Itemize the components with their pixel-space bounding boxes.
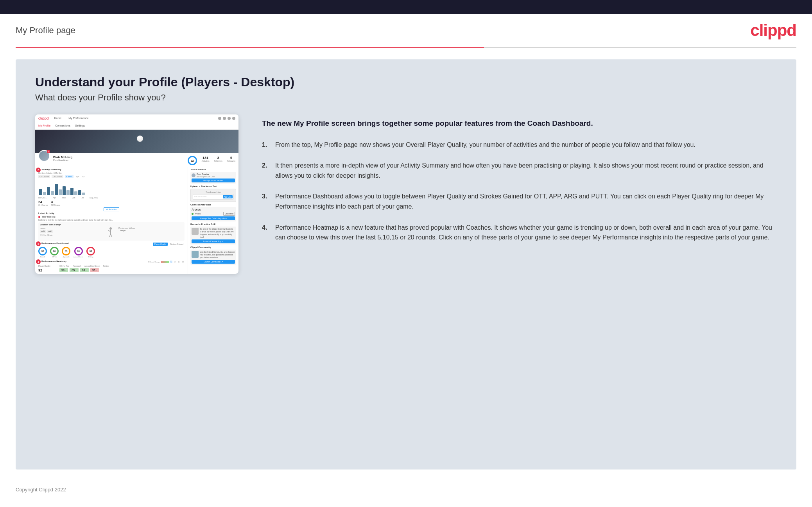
mockup-golf-ball — [137, 136, 143, 142]
activity-section: 2 Activity Summary Monthly Activity - 6 … — [38, 168, 185, 211]
mockup-subnav-profile: My Profile — [38, 123, 50, 128]
heatmap-arg: 86 ↑ — [80, 268, 89, 272]
bar-12 — [82, 193, 85, 195]
main-subheading: What does your Profile show you? — [35, 93, 777, 103]
mockup-avatar: 1 — [38, 150, 50, 162]
mockup-subnav-settings: Settings — [75, 123, 85, 128]
activity-title: Activity Summary — [41, 168, 185, 171]
heatmap-app: 85 ↑ — [70, 268, 78, 272]
desc-item-2-text: It then presents a more in-depth view of… — [275, 161, 777, 180]
chart-labels: Mar 2021 Apr May Jun Jul Aug 2021 — [38, 196, 185, 199]
coach-avatar — [192, 173, 195, 177]
lesson-media: Photos and Videos 1 Image — [118, 227, 183, 239]
heatmap-ott: 90 ↑ — [59, 268, 68, 272]
desc-item-4: Performance Heatmap is a new feature tha… — [262, 223, 777, 243]
mockup-logo: clippd — [38, 116, 49, 120]
arccos-row: Arccos Disconect — [192, 212, 235, 216]
bar-1 — [39, 189, 42, 195]
badge-2: 2 — [36, 168, 41, 172]
mockup-body: 2 Activity Summary Monthly Activity - 6 … — [35, 167, 238, 274]
header-divider — [16, 47, 796, 48]
drill-image — [192, 228, 199, 235]
lesson-info: Lesson edit add ⏱ 01h : 30 min — [40, 227, 104, 239]
community-row: Visit the Clippd Community and discover … — [192, 251, 235, 259]
mockup-right-panel: Your Coaches Dan Davies Barnstaple Golf … — [188, 167, 238, 274]
activity-item-1: Blair McHarg — [38, 216, 185, 218]
on-course-count: 24 On Course — [38, 200, 48, 206]
bar-5 — [55, 184, 58, 195]
on-off-counts: 24 On Course 3 Off Course — [38, 200, 185, 206]
mockup-followers-stat: 3 Followers — [214, 156, 222, 165]
latest-activity-title: Latest Activity — [38, 212, 185, 214]
launch-capture-btn[interactable]: Launch Capture App ↗ — [192, 239, 235, 243]
community-info: Visit the Clippd Community and discover … — [200, 251, 235, 259]
mockup-profile-info: Blair McHarg Plus Handicap — [53, 155, 185, 165]
mockup-profile: 1 Blair McHarg Plus Handicap 92 131 Acti… — [35, 153, 238, 167]
trackman-input: Trackman Link Trackman Link Add Link — [190, 189, 236, 202]
bar-9 — [70, 188, 73, 195]
mockup-left-panel: 2 Activity Summary Monthly Activity - 6 … — [35, 167, 188, 274]
community-card: Visit the Clippd Community and discover … — [190, 250, 236, 265]
performance-dashboard: 3 Performance Dashboard Player Quality S… — [38, 242, 185, 258]
bar-10 — [74, 191, 77, 195]
desc-item-2: It then presents a more in-depth view of… — [262, 161, 777, 180]
mockup-hero — [35, 130, 238, 153]
perf-title: Performance Dashboard — [41, 242, 69, 245]
bar-3 — [47, 187, 50, 195]
performance-rings: 92 Overall 90 Off Tee 85 Approach — [38, 247, 185, 258]
desc-item-4-text: Performance Heatmap is a new feature tha… — [275, 223, 777, 243]
community-title: Clippd Community — [190, 246, 236, 248]
ring-arg: 86 Around Green — [73, 247, 83, 258]
drill-row: Be one of the Clippd Community pilots to… — [192, 228, 235, 239]
logo: clippd — [750, 21, 796, 40]
bar-6 — [59, 189, 62, 195]
svg-line-3 — [109, 234, 111, 237]
coach-details: Dan Davies Barnstaple Golf Club — [197, 173, 215, 178]
community-image — [192, 251, 199, 258]
bar-7 — [63, 186, 66, 195]
lesson-details: Lesson edit add ⏱ 01h : 30 min — [40, 227, 183, 239]
activity-chart — [38, 179, 185, 195]
arccos-status — [192, 213, 194, 215]
mockup-column: clippd Home My Performance My Profile Co… — [35, 114, 238, 274]
manage-integrations-btn[interactable]: Manage Your Data Integrations — [192, 216, 235, 220]
coach-card: Dan Davies Barnstaple Golf Club Manage Y… — [190, 172, 236, 184]
mockup-nav: clippd Home My Performance — [35, 114, 238, 122]
trackman-title: Upload a Trackman Test — [190, 185, 236, 187]
all-activities-btn: All Activities — [38, 207, 185, 211]
activity-dot-1 — [38, 216, 40, 218]
badge-4: 4 — [36, 259, 41, 264]
heatmap-controls: 5 Round Change: 5 10 15 20 — [148, 261, 185, 263]
heatmap-values: 92 90 ↑ 85 ↑ 86 ↑ 96 ↓ — [38, 268, 185, 272]
svg-point-0 — [109, 227, 112, 230]
bar-8 — [66, 190, 70, 195]
golf-swing-icon — [107, 227, 115, 238]
bar-2 — [43, 192, 46, 195]
heatmap-putt: 96 ↓ — [90, 268, 99, 272]
drill-info: Be one of the Clippd Community pilots to… — [200, 228, 235, 239]
desc-item-3-text: Performance Dashboard allows you to togg… — [275, 191, 777, 211]
mockup-player-name: Blair McHarg — [53, 155, 185, 159]
launch-community-btn[interactable]: Launch Community ↗ — [192, 260, 235, 264]
mockup-nav-performance: My Performance — [67, 116, 90, 120]
mockup-subnav: My Profile Connections Settings — [35, 122, 238, 130]
arccos-card: Arccos Arccos Disconect Manage Your Data… — [190, 207, 236, 221]
manage-coaches-btn[interactable]: Manage Your Coaches — [192, 179, 235, 182]
heatmap-header: Performance Heatmap 5 Round Change: 5 10… — [38, 260, 185, 264]
ring-ott: 90 Off Tee — [50, 247, 59, 258]
lesson-section: Lesson with Fordy Lesson edit add ⏱ 01h … — [38, 222, 185, 241]
heatmap-labels: Player Quality Off the Tee Approach Arou… — [38, 265, 185, 267]
svg-line-4 — [111, 234, 112, 237]
mockup-frame: clippd Home My Performance My Profile Co… — [35, 114, 238, 274]
off-course-count: 3 Off Course — [51, 200, 60, 206]
mockup-avatar-badge: 1 — [47, 150, 50, 153]
mockup-settings-icon — [228, 117, 231, 120]
ring-app: 85 Approach — [62, 247, 70, 258]
mockup-nav-home: Home — [53, 116, 63, 120]
mockup-avatar-icon — [232, 117, 235, 120]
mockup-activities-stat: 131 Activities — [202, 156, 210, 165]
desc-intro: The new My Profile screen brings togethe… — [262, 118, 777, 129]
mockup-bell-icon — [223, 117, 226, 120]
description-column: The new My Profile screen brings togethe… — [262, 114, 777, 254]
header: My Profile page clippd — [0, 14, 812, 47]
